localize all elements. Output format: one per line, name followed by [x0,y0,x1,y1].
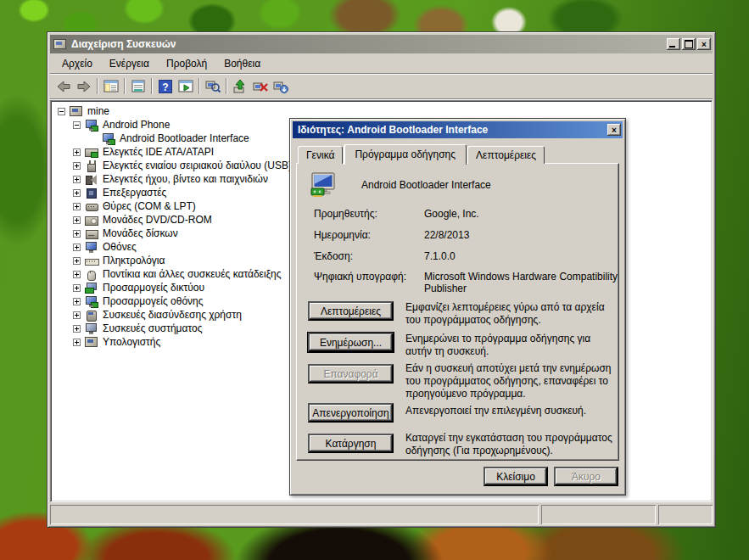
action-pane-icon[interactable] [176,76,196,96]
ide-controller-icon [85,147,98,158]
close-button[interactable]: × [697,38,711,50]
version-value: 7.1.0.0 [424,250,623,262]
back-icon[interactable] [53,76,74,96]
display-adapter-icon [102,133,115,144]
driver-tab-panel: Android Bootloader Interface Προμηθευτής… [296,163,619,461]
tree-item-label: mine [87,105,109,117]
tree-item-label: Ελεγκτές ήχου, βίντεο και παιχνιδιών [103,173,268,185]
expand-icon[interactable] [73,189,81,197]
tree-item-computer-root[interactable]: mine [51,104,712,118]
tree-item-label: Android Phone [103,119,170,131]
forward-icon[interactable] [74,76,94,96]
tab-strip: Γενικά Πρόγραμμα οδήγησης Λεπτομέρειες [296,144,619,164]
tree-item-label: Προσαρμογείς δικτύου [103,282,204,294]
device-manager-icon [53,38,67,50]
tree-item-label: Ποντίκια και άλλες συσκευές κατάδειξης [103,268,281,280]
tab-details[interactable]: Λεπτομέρειες [467,146,545,164]
toolbar: ? [50,74,713,99]
tab-general[interactable]: Γενικά [298,146,343,164]
mouse-icon [85,269,98,280]
device-change-icon[interactable] [271,76,291,96]
dialog-title: Ιδιότητες: Android Bootloader Interface [298,124,606,136]
dialog-footer: Κλείσιμο Άκυρο [293,461,623,492]
provider-label: Προμηθευτής: [314,208,377,220]
menu-action[interactable]: Ενέργεια [101,55,158,72]
help-icon[interactable]: ? [155,76,176,96]
close-dialog-button[interactable]: Κλείσιμο [483,467,548,486]
expand-icon[interactable] [73,216,81,224]
signer-label: Ψηφιακή υπογραφή: [314,271,406,283]
expand-icon[interactable] [73,284,81,292]
signer-value: Microsoft Windows Hardware Compatibility… [424,271,623,294]
tree-item-label: Μονάδες δίσκων [103,227,178,239]
disk-drive-icon [85,228,98,239]
system-device-icon [85,323,98,334]
toolbar-separator [198,78,200,94]
usb-icon [85,160,98,171]
date-value: 22/8/2013 [424,229,623,241]
properties-icon[interactable] [128,76,148,96]
expand-icon[interactable] [73,325,81,333]
tree-item-label: Προσαρμογείς οθόνης [103,295,204,307]
update-driver-button[interactable]: Ενημέρωση... [308,333,394,352]
collapse-expander-icon[interactable] [73,121,81,129]
title-bar[interactable]: Διαχείριση Συσκευών × [50,35,713,53]
window-title: Διαχείριση Συσκευών [71,38,665,50]
tree-item-label: Πληκτρολόγια [103,255,165,266]
status-panel [658,505,713,524]
menu-file[interactable]: Αρχείο [53,55,101,72]
expand-icon[interactable] [73,162,81,170]
expand-icon[interactable] [73,339,81,346]
display-adapter-icon [85,120,98,131]
tree-item-label: Θύρες (COM & LPT) [103,200,196,212]
expand-icon[interactable] [73,203,81,210]
maximize-button[interactable] [682,38,696,50]
toolbar-separator [226,78,227,94]
expand-icon[interactable] [73,257,81,265]
menu-help[interactable]: Βοήθεια [215,55,269,72]
cdrom-drive-icon [85,215,98,226]
expand-icon[interactable] [73,298,81,305]
expand-icon[interactable] [73,148,81,156]
keyboard-icon [85,255,98,266]
dialog-title-bar[interactable]: Ιδιότητες: Android Bootloader Interface … [293,121,623,138]
menu-view[interactable]: Προβολή [158,55,215,72]
hid-device-icon [85,310,98,321]
monitor-icon [85,242,98,253]
status-panel [541,505,656,524]
collapse-expander-icon[interactable] [58,108,65,115]
minimize-button[interactable] [667,38,680,50]
disable-device-button[interactable]: Απενεργοποίηση [308,403,394,423]
expand-icon[interactable] [73,176,81,183]
svg-text:?: ? [162,81,168,92]
device-name: Android Bootloader Interface [361,179,491,191]
dialog-close-icon[interactable]: × [607,124,621,136]
tree-item-label: Android Bootloader Interface [120,132,249,144]
driver-details-button[interactable]: Λεπτομέρειες [308,301,394,321]
tab-driver[interactable]: Πρόγραμμα οδήγησης [344,144,467,165]
expand-icon[interactable] [73,230,81,238]
speaker-icon [85,174,98,185]
tree-item-label: Ελεγκτές ενιαίου σειριακού διαύλου (USB) [103,160,292,171]
version-label: Έκδοση: [314,250,353,262]
uninstall-icon[interactable] [250,76,271,96]
processor-icon [85,188,98,199]
status-panel [50,505,539,524]
provider-value: Google, Inc. [424,208,623,220]
toolbar-separator [97,78,98,94]
show-console-tree-icon[interactable] [101,76,121,96]
display-adapter-icon [85,296,98,307]
expand-icon[interactable] [73,311,81,319]
update-driver-icon[interactable] [230,76,250,96]
rollback-driver-button: Επαναφορά [308,364,394,384]
uninstall-driver-button[interactable]: Κατάργηση [308,434,394,453]
tree-item-label: Συσκευές συστήματος [103,322,202,334]
disable-device-desc: Απενεργοποιεί την επιλεγμένη συσκευή. [405,405,619,417]
expand-icon[interactable] [73,271,81,278]
expand-icon[interactable] [73,244,81,251]
driver-details-desc: Εμφανίζει λεπτομέρειες γύρω από τα αρχεί… [405,301,619,327]
computer-icon [70,106,83,117]
tree-item-label: Ελεγκτές IDE ATA/ATAPI [103,146,214,158]
status-bar [50,505,713,524]
scan-hardware-icon[interactable] [203,76,223,96]
